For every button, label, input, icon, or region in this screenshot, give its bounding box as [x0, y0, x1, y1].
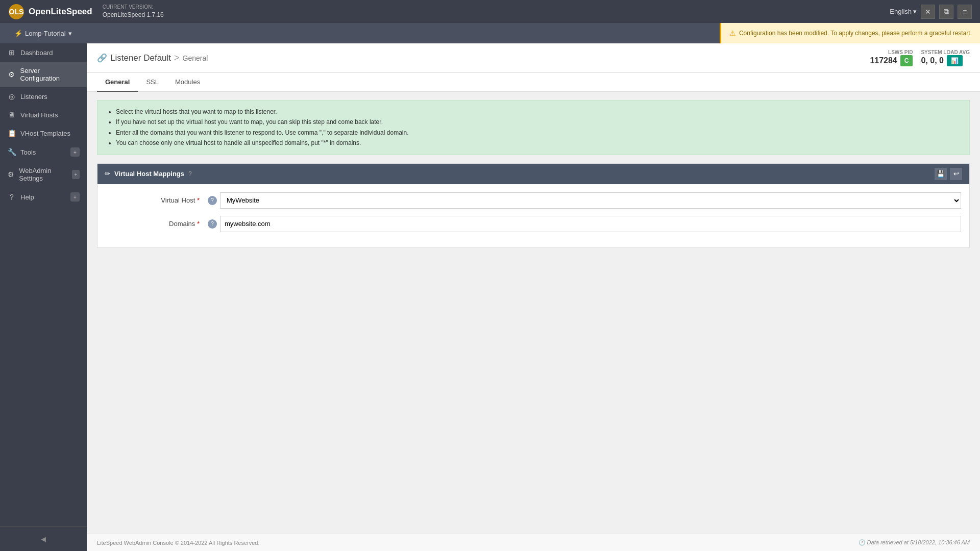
sidebar-item-virtual-hosts[interactable]: 🖥 Virtual Hosts [0, 106, 87, 124]
breadcrumb-title: Listener Default [110, 53, 171, 63]
help-badge: + [70, 192, 80, 202]
virtual-host-row: Virtual Host * ? MyWebsite [106, 192, 961, 209]
language-label: English [890, 8, 912, 15]
sidebar-bottom: ◀ [0, 527, 87, 551]
sidebar-item-label: Help [20, 193, 34, 201]
virtual-host-select[interactable]: MyWebsite [220, 192, 961, 209]
section-undo-button[interactable]: ↩ [950, 168, 962, 180]
sidebar-item-label: Tools [20, 148, 36, 156]
main-layout: ⊞ Dashboard ⚙ Server Configuration ◎ Lis… [0, 43, 980, 551]
virtual-host-help-icon[interactable]: ? [208, 196, 217, 205]
version-info: CURRENT VERSION: OpenLiteSpeed 1.7.16 [103, 4, 164, 19]
sidebar-item-label: Listeners [20, 93, 47, 101]
section-body: Virtual Host * ? MyWebsite [97, 184, 969, 247]
section-title: Virtual Host Mappings [114, 170, 184, 178]
warning-icon: ⚠ [729, 29, 736, 37]
nav-item-icon: ⚡ [14, 30, 22, 37]
sidebar-item-help[interactable]: ? Help + [0, 187, 87, 207]
footer: LiteSpeed WebAdmin Console © 2014-2022 A… [87, 534, 980, 551]
domains-row: Domains * ? [106, 216, 961, 232]
tab-modules[interactable]: Modules [167, 73, 208, 92]
section-help-icon[interactable]: ? [188, 170, 192, 178]
info-item-1: Select the virtual hosts that you want t… [116, 107, 961, 117]
header-right: English ▾ ✕ ⧉ ≡ [890, 5, 972, 19]
sidebar-item-label: WebAdmin Settings [19, 167, 68, 182]
notification-text: Configuration has been modified. To appl… [739, 30, 972, 37]
domains-control: ? [208, 216, 961, 232]
tab-ssl[interactable]: SSL [138, 73, 167, 92]
sidebar-item-label: VHost Templates [20, 130, 70, 137]
content-body: Select the virtual hosts that you want t… [87, 92, 980, 534]
breadcrumb-icon: 🔗 [97, 53, 107, 63]
notification-bar: ⚠ Configuration has been modified. To ap… [720, 23, 980, 43]
system-load-chart-button[interactable]: 📊 [947, 55, 963, 66]
system-load-label: SYSTEM LOAD AVG [921, 49, 970, 55]
version-label: CURRENT VERSION: [103, 4, 164, 11]
logo-icon: OLS [8, 4, 24, 20]
version-value: OpenLiteSpeed 1.7.16 [103, 11, 164, 19]
sidebar-item-tools[interactable]: 🔧 Tools + [0, 142, 87, 162]
svg-text:OLS: OLS [9, 8, 24, 16]
new-window-button[interactable]: ⧉ [939, 5, 953, 19]
footer-data-retrieved: 🕐 Data retrieved at 5/18/2022, 10:36:46 … [859, 539, 970, 546]
domains-required: * [197, 220, 200, 228]
nav-active-item[interactable]: ⚡ Lomp-Tutorial ▾ [8, 23, 78, 43]
lsws-restart-button[interactable]: C [900, 55, 913, 66]
domains-input[interactable] [220, 216, 961, 232]
clock-icon: 🕐 [859, 539, 866, 545]
tab-modules-label: Modules [175, 78, 200, 86]
sidebar-item-dashboard[interactable]: ⊞ Dashboard [0, 43, 87, 62]
breadcrumb-separator: > [174, 53, 180, 63]
nav-item-label: Lomp-Tutorial [25, 30, 66, 37]
webadmin-settings-icon: ⚙ [7, 170, 15, 179]
vhost-templates-icon: 📋 [7, 129, 16, 137]
sidebar-item-listeners[interactable]: ◎ Listeners [0, 87, 87, 106]
virtual-host-label-text: Virtual Host [161, 196, 197, 204]
dashboard-icon: ⊞ [7, 48, 16, 57]
edit-icon: ✏ [105, 170, 110, 178]
sidebar-item-label: Virtual Hosts [20, 111, 58, 119]
server-config-icon: ⚙ [7, 70, 16, 79]
listeners-icon: ◎ [7, 92, 16, 101]
info-item-3: Enter all the domains that you want this… [116, 128, 961, 138]
help-icon: ? [7, 193, 16, 201]
virtual-host-control: ? MyWebsite [208, 192, 961, 209]
sidebar-item-server-configuration[interactable]: ⚙ Server Configuration [0, 62, 87, 87]
top-header: OLS OpenLiteSpeed CURRENT VERSION: OpenL… [0, 0, 980, 23]
chevron-down-icon: ▾ [913, 8, 917, 15]
domains-help-icon[interactable]: ? [208, 219, 217, 229]
sidebar-item-webadmin-settings[interactable]: ⚙ WebAdmin Settings + [0, 162, 87, 187]
tools-icon: 🔧 [7, 148, 16, 156]
system-load-block: SYSTEM LOAD AVG 0, 0, 0 📊 [921, 49, 970, 66]
content-header: 🔗 Listener Default > General LSWS PID 11… [87, 43, 980, 73]
breadcrumb: 🔗 Listener Default > General [97, 53, 208, 63]
section-header: ✏ Virtual Host Mappings ? 💾 ↩ [97, 164, 969, 184]
info-item-2: If you have not set up the virtual host … [116, 117, 961, 127]
sidebar-item-label: Server Configuration [20, 67, 80, 82]
sidebar-item-label: Dashboard [20, 49, 53, 57]
collapse-icon: ◀ [41, 535, 46, 543]
nav-bar: ⚡ Lomp-Tutorial ▾ ⚠ Configuration has be… [0, 23, 980, 43]
lsws-pid-block: LSWS PID 117284 C [870, 49, 913, 66]
lsws-pid-label: LSWS PID [870, 49, 913, 55]
tab-ssl-label: SSL [146, 78, 159, 86]
system-load-value: 0, 0, 0 [921, 56, 943, 65]
close-window-button[interactable]: ✕ [921, 5, 935, 19]
tools-badge: + [70, 147, 80, 157]
section-save-button[interactable]: 💾 [935, 168, 947, 180]
info-item-4: You can choose only one virtual host to … [116, 138, 961, 148]
menu-button[interactable]: ≡ [958, 5, 972, 19]
webadmin-badge: + [72, 170, 80, 179]
sidebar: ⊞ Dashboard ⚙ Server Configuration ◎ Lis… [0, 43, 87, 551]
sidebar-item-vhost-templates[interactable]: 📋 VHost Templates [0, 124, 87, 142]
collapse-sidebar-button[interactable]: ◀ [0, 531, 87, 547]
breadcrumb-current: General [183, 54, 208, 62]
section-actions: 💾 ↩ [935, 168, 962, 180]
virtual-host-mappings-section: ✏ Virtual Host Mappings ? 💾 ↩ Virtual Ho… [97, 163, 970, 248]
tab-general[interactable]: General [97, 73, 138, 92]
language-selector[interactable]: English ▾ [890, 8, 917, 15]
info-box: Select the virtual hosts that you want t… [97, 100, 970, 155]
lsws-pid-value: 117284 [870, 56, 897, 65]
lsws-pid-value-row: 117284 C [870, 55, 913, 66]
tab-general-label: General [105, 78, 130, 86]
